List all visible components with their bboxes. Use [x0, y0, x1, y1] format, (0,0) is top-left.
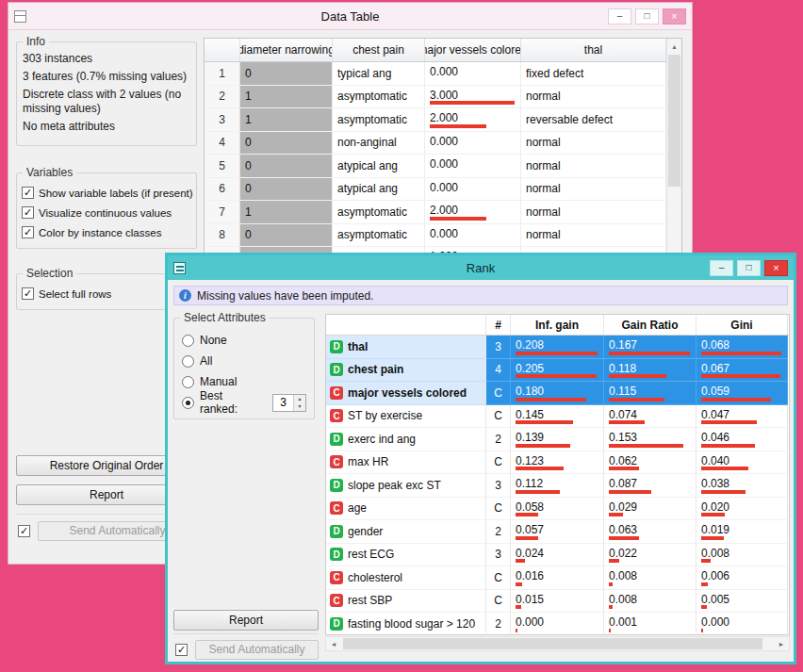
rank-row-cholesterol[interactable]: CcholesterolC0.0160.0080.006 — [326, 566, 789, 590]
data-table-titlebar[interactable]: Data Table – □ × — [8, 3, 692, 30]
cell-inf-gain: 0.015 — [511, 590, 604, 614]
rank-column-header-values-count[interactable]: # — [486, 315, 511, 335]
table-row[interactable]: 71asymptomatic2.000normal — [205, 201, 681, 224]
checkbox-icon: ✓ — [22, 187, 34, 199]
radio-label: Best ranked: — [200, 389, 263, 416]
scroll-right-icon[interactable]: ► — [774, 637, 789, 650]
rank-row-major-vessels-colored[interactable]: Cmajor vessels coloredC0.1800.1150.059 — [326, 382, 789, 405]
score-bar — [516, 374, 597, 378]
close-button[interactable]: × — [764, 260, 788, 276]
data-table-rows: 10typical ang0.000fixed defect21asymptom… — [205, 62, 681, 270]
attribute-name-cell: Crest SBP — [326, 590, 486, 614]
attribute-name-cell: Dexerc ind ang — [326, 428, 486, 451]
scroll-left-icon[interactable]: ◄ — [326, 637, 341, 650]
rank-row-thal[interactable]: Dthal30.2080.1670.068 — [326, 336, 789, 359]
send-automatically-button[interactable]: Send Automatically — [195, 640, 319, 660]
cell-chest-pain: asymptomatic — [333, 224, 425, 248]
close-button[interactable]: × — [663, 8, 686, 25]
data-table-title: Data Table — [8, 9, 692, 24]
column-header-thal[interactable]: thal — [521, 39, 666, 61]
radio-icon — [182, 335, 194, 347]
variables-checkboxes: ✓Show variable labels (if present)✓Visua… — [22, 183, 191, 242]
attribute-name-cell: Cage — [326, 498, 486, 521]
cell-major-vessels-colored: 3.000 — [425, 86, 521, 109]
column-header-diameter-narrowing[interactable]: diameter narrowing — [240, 39, 333, 61]
spinner-up-icon[interactable]: ▴ — [294, 395, 305, 403]
score-bar — [609, 490, 651, 494]
score-bar — [516, 352, 598, 355]
table-row[interactable]: 21asymptomatic3.000normal — [205, 86, 681, 109]
table-row[interactable]: 80asymptomatic0.000normal — [205, 224, 681, 248]
rank-column-header-attribute-name[interactable] — [326, 315, 486, 335]
discrete-type-icon: D — [330, 340, 343, 353]
rank-column-header-gain-ratio[interactable]: Gain Ratio — [604, 315, 696, 335]
cell-values-count: 4 — [486, 359, 511, 383]
continuous-type-icon: C — [330, 594, 343, 607]
continuous-type-icon: C — [330, 455, 343, 468]
attribute-name: chest pain — [348, 363, 403, 376]
checkbox-show-variable-labels-if-present[interactable]: ✓Show variable labels (if present) — [22, 183, 191, 203]
rank-report-button[interactable]: Report — [173, 610, 319, 631]
score-bar — [609, 398, 664, 402]
table-row[interactable]: 31asymptomatic2.000reversable defect — [205, 108, 681, 132]
rank-row-fasting-blood-sugar-120[interactable]: Dfasting blood sugar > 12020.0000.0010.0… — [326, 613, 789, 636]
cell-diameter-narrowing: 0 — [240, 155, 333, 178]
minimize-button[interactable]: – — [710, 260, 733, 276]
attribute-name-cell: Cmax HR — [326, 451, 486, 475]
score-bar — [609, 444, 683, 448]
cell-gini: 0.006 — [696, 566, 788, 590]
rank-row-st-by-exercise[interactable]: CST by exerciseC0.1450.0740.047 — [326, 405, 789, 429]
scroll-up-icon[interactable]: ▲ — [667, 39, 681, 54]
score-bar — [701, 467, 748, 470]
table-row[interactable]: 60atypical ang0.000normal — [205, 178, 681, 202]
cell-chest-pain: asymptomatic — [333, 108, 425, 132]
scrollbar-thumb[interactable] — [343, 638, 762, 649]
rank-row-exerc-ind-ang[interactable]: Dexerc ind ang20.1390.1530.046 — [326, 428, 789, 451]
scrollbar-thumb[interactable] — [668, 55, 680, 187]
attribute-name-cell: CST by exercise — [326, 405, 486, 429]
column-header-chest-pain[interactable]: chest pain — [333, 39, 425, 61]
rank-app-icon — [173, 262, 186, 274]
checkbox-color-by-instance-classes[interactable]: ✓Color by instance classes — [22, 222, 191, 242]
rank-header-row: #Inf. gainGain RatioGini — [326, 315, 789, 336]
rank-column-header-inf-gain[interactable]: Inf. gain — [511, 315, 604, 335]
table-row[interactable]: 10typical ang0.000fixed defect — [205, 62, 681, 86]
row-number-header[interactable] — [205, 39, 240, 61]
rank-rows: Dthal30.2080.1670.068Dchest pain40.2050.… — [326, 336, 789, 636]
minimize-icon: – — [617, 11, 623, 21]
column-header-major-vessels-colored[interactable]: major vessels colored — [425, 39, 521, 61]
cell-inf-gain: 0.112 — [511, 474, 604, 498]
maximize-button[interactable]: □ — [737, 260, 761, 276]
cell-thal: reversable defect — [521, 108, 666, 132]
horizontal-scrollbar[interactable]: ◄ ► — [325, 636, 790, 651]
rank-row-slope-peak-exc-st[interactable]: Dslope peak exc ST30.1120.0870.038 — [326, 474, 789, 498]
send-automatically-checkbox[interactable]: ✓ — [175, 644, 188, 656]
spinner-down-icon[interactable]: ▾ — [294, 402, 305, 411]
rank-row-chest-pain[interactable]: Dchest pain40.2050.1180.067 — [326, 359, 789, 383]
rank-row-gender[interactable]: Dgender20.0570.0630.019 — [326, 520, 789, 544]
rank-row-max-hr[interactable]: Cmax HRC0.1230.0620.040 — [326, 451, 789, 475]
send-automatically-checkbox[interactable]: ✓ — [18, 525, 30, 537]
rank-row-rest-ecg[interactable]: Drest ECG30.0240.0220.008 — [326, 544, 789, 567]
table-row[interactable]: 40non-anginal0.000normal — [205, 132, 681, 156]
rank-column-header-gini[interactable]: Gini — [696, 315, 788, 335]
best-ranked-spinner[interactable]: 3▴▾ — [272, 394, 306, 412]
table-row[interactable]: 50atypical ang0.000normal — [205, 155, 681, 178]
checkbox-label: Select full rows — [39, 288, 111, 300]
info-box-label: Info — [23, 35, 49, 48]
info-bar: i Missing values have been imputed. — [173, 286, 788, 305]
cell-gain-ratio: 0.074 — [604, 405, 696, 429]
rank-row-age[interactable]: CageC0.0580.0290.020 — [326, 498, 789, 521]
rank-titlebar[interactable]: Rank – □ × — [168, 255, 794, 280]
spinner-buttons: ▴▾ — [293, 395, 305, 411]
radio-none[interactable]: None — [182, 330, 306, 351]
rank-row-rest-sbp[interactable]: Crest SBPC0.0150.0080.005 — [326, 590, 789, 614]
radio-best-ranked[interactable]: Best ranked:3▴▾ — [182, 392, 306, 413]
cell-chest-pain: atypical ang — [333, 155, 425, 178]
window-buttons: – □ × — [710, 260, 788, 276]
cell-gain-ratio: 0.118 — [604, 359, 696, 383]
checkbox-visualize-continuous-values[interactable]: ✓Visualize continuous values — [22, 203, 191, 222]
maximize-button[interactable]: □ — [635, 8, 659, 25]
radio-all[interactable]: All — [182, 351, 306, 371]
minimize-button[interactable]: – — [608, 8, 631, 25]
